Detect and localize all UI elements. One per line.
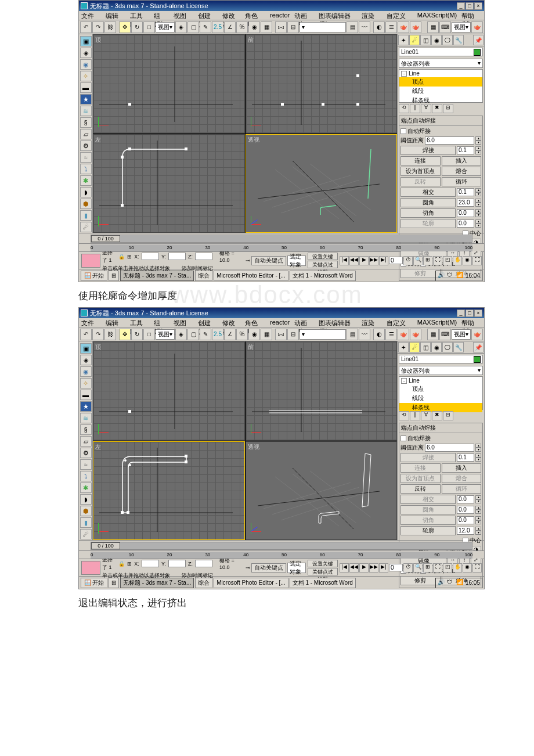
z-input[interactable] xyxy=(195,560,212,567)
prism-icon[interactable]: ▮ xyxy=(80,210,92,221)
listener-button[interactable]: ⌨ xyxy=(439,21,451,33)
menu-maxscript[interactable]: MAXScript(M) xyxy=(415,11,459,20)
cloth-icon[interactable]: ◈ xyxy=(80,355,92,365)
toy-car-icon[interactable]: ⤵ xyxy=(80,471,92,481)
y-input[interactable] xyxy=(168,560,186,567)
arc-rotate-button[interactable]: ◉ xyxy=(463,256,472,265)
next-frame-button[interactable]: ▶▶ xyxy=(369,563,378,573)
align-button[interactable]: ⊟ xyxy=(287,21,299,33)
goto-start-button[interactable]: |◀ xyxy=(340,563,349,573)
motor-icon[interactable]: ⚙ xyxy=(80,141,92,151)
view-dropdown[interactable]: 视图 ▾ xyxy=(452,329,471,340)
tray-icon[interactable]: 🛡 xyxy=(447,272,455,280)
rigid-body-icon[interactable]: ▣ xyxy=(80,36,92,46)
create-tab[interactable]: ✦ xyxy=(398,35,409,45)
rope-icon[interactable]: ✧ xyxy=(80,71,92,81)
arc-rotate-button[interactable]: ◉ xyxy=(463,563,472,573)
cross-button[interactable]: 相交 xyxy=(400,495,456,504)
menu-character[interactable]: 角色(H) xyxy=(243,318,268,327)
autokey-button[interactable]: 自动关键点 xyxy=(251,256,286,265)
close-button[interactable]: × xyxy=(474,309,482,317)
material-ed-button[interactable]: ◐ xyxy=(373,21,385,33)
menu-tools[interactable]: 工具(T) xyxy=(128,11,152,20)
stack-sub-vertex[interactable]: 顶点 xyxy=(399,77,482,87)
goto-start-button[interactable]: |◀ xyxy=(340,256,349,265)
quick-render-button[interactable]: 🫖 xyxy=(398,329,409,340)
soft-body-icon[interactable]: ◉ xyxy=(80,366,92,377)
taskbar-item-photoeditor[interactable]: Microsoft Photo Editor - [... xyxy=(214,271,288,281)
insert-button[interactable]: 插入 xyxy=(442,156,482,165)
outline-value[interactable]: 0.0 xyxy=(457,219,474,228)
setkey-button[interactable]: 设置关键点 xyxy=(308,253,338,260)
ql-icon[interactable]: ⊞ xyxy=(109,271,119,281)
pan-button[interactable]: ✋ xyxy=(453,563,462,573)
taskbar-item-folder[interactable]: 综合 xyxy=(195,578,212,588)
connect-button[interactable]: 连接 xyxy=(400,156,441,165)
zoom-button[interactable]: 🔍 xyxy=(413,256,423,265)
ql-icon[interactable]: ⊞ xyxy=(109,578,119,588)
rope-icon[interactable]: ✧ xyxy=(80,378,92,388)
outline-value[interactable]: 12.0 xyxy=(457,527,474,535)
motion-tab[interactable]: ◉ xyxy=(431,35,442,45)
menu-render[interactable]: 渲染(R) xyxy=(359,318,384,327)
tray-icon[interactable]: 🔊 xyxy=(438,272,446,280)
stack-sub-segment[interactable]: 线段 xyxy=(399,394,482,403)
reverse-button[interactable]: 反转 xyxy=(400,484,441,494)
prism-icon[interactable]: ▮ xyxy=(80,517,92,528)
make-unique-button[interactable]: ∀ xyxy=(421,104,431,113)
fuse-button[interactable]: 熔合 xyxy=(442,167,482,176)
named-sel-button[interactable]: ▦ xyxy=(261,329,272,340)
select-move-button[interactable]: ✥ xyxy=(119,21,131,33)
zoom-ext-button[interactable]: ⛶ xyxy=(433,256,442,265)
zoom-all-button[interactable]: ⊞ xyxy=(423,563,432,573)
minmax-button[interactable]: ⛶ xyxy=(472,256,482,265)
menu-maxscript[interactable]: MAXScript(M) xyxy=(415,318,459,327)
link-button[interactable]: ⛓ xyxy=(104,21,116,33)
autoweld-checkbox[interactable] xyxy=(400,128,406,134)
modifier-list-dropdown[interactable]: 修改器列表▾ xyxy=(399,366,483,375)
stack-sub-segment[interactable]: 线段 xyxy=(399,87,482,96)
wind-icon[interactable]: ≈ xyxy=(80,152,92,163)
show-result-button[interactable]: || xyxy=(410,411,420,420)
minimize-button[interactable]: _ xyxy=(457,309,465,317)
listener-button[interactable]: ⌨ xyxy=(439,329,451,340)
ref-coord-dropdown[interactable]: 视图 ▾ xyxy=(156,329,175,340)
object-color-swatch[interactable] xyxy=(474,49,481,56)
tray-icon[interactable]: 🔊 xyxy=(438,579,446,587)
fov-button[interactable]: ◰ xyxy=(443,256,452,265)
viewport-top[interactable]: 顶 xyxy=(93,341,245,441)
modifier-list-dropdown[interactable]: 修改器列表▾ xyxy=(399,59,483,68)
snap-icon[interactable]: ⊞ xyxy=(127,561,132,567)
prev-frame-button[interactable]: ◀◀ xyxy=(349,256,359,265)
spring-icon[interactable]: § xyxy=(80,117,92,128)
angle-snap-button[interactable]: ∠ xyxy=(224,329,236,340)
ragdoll-icon[interactable]: ★ xyxy=(80,401,92,412)
lock-icon[interactable]: 🔒 xyxy=(118,254,125,260)
trim-button[interactable]: 修剪 xyxy=(400,576,441,585)
stack-sub-vertex[interactable]: 顶点 xyxy=(399,384,482,394)
timeline-ruler[interactable]: 0102030405060708090100 xyxy=(79,243,484,251)
schematic-button[interactable]: ▦ xyxy=(427,21,439,33)
menu-modifiers[interactable]: 修改器 xyxy=(220,11,243,20)
view-dropdown[interactable]: 视图 ▾ xyxy=(452,22,471,33)
create-tab[interactable]: ✦ xyxy=(398,342,409,352)
taskbar-item-folder[interactable]: 综合 xyxy=(195,271,212,281)
toy-car-icon[interactable]: ⤵ xyxy=(80,164,92,174)
cross-button[interactable]: 相交 xyxy=(400,188,456,197)
manipulate-button[interactable]: ✎ xyxy=(200,329,211,340)
menu-animation[interactable]: 动画(A) xyxy=(292,318,316,327)
display-tab[interactable]: 🖵 xyxy=(442,35,453,45)
weld-button[interactable]: 焊接 xyxy=(400,146,456,155)
menu-group[interactable]: 组(G) xyxy=(151,318,171,327)
play-button[interactable]: ▶ xyxy=(359,256,369,265)
key-target-dropdown[interactable]: 选定对象 xyxy=(287,255,305,266)
config-button[interactable]: ⊟ xyxy=(443,104,453,113)
point-icon[interactable]: ⬢ xyxy=(80,199,92,209)
hinge-icon[interactable]: ◗ xyxy=(80,494,92,505)
menu-help[interactable]: 帮助(H) xyxy=(459,11,484,20)
point-icon[interactable]: ⬢ xyxy=(80,506,92,516)
ragdoll-icon[interactable]: ★ xyxy=(80,94,92,105)
prev-frame-button[interactable]: ◀◀ xyxy=(349,563,359,573)
named-selection-dropdown[interactable]: ▾ xyxy=(300,329,346,340)
chamfer-button[interactable]: 切角 xyxy=(400,208,456,218)
